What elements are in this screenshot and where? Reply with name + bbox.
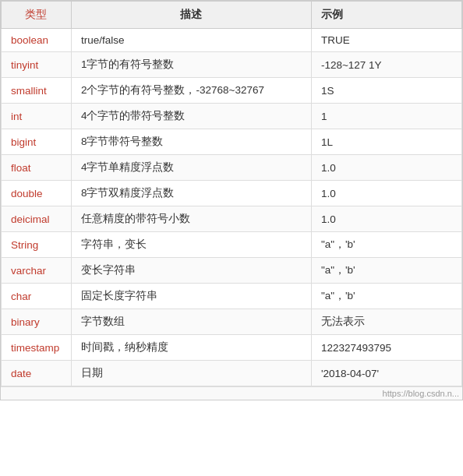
cell-desc: 字符串，变长 — [71, 232, 311, 258]
cell-desc: 8字节双精度浮点数 — [71, 181, 311, 206]
table-row: timestamp时间戳，纳秒精度122327493795 — [2, 335, 462, 361]
table-row: bigint8字节带符号整数1L — [2, 129, 462, 155]
cell-example: 1.0 — [311, 155, 461, 181]
table-header-row: 类型 描述 示例 — [2, 2, 462, 29]
cell-type: char — [2, 284, 72, 309]
cell-type: float — [2, 155, 72, 181]
table-row: varchar变长字符串"a"，'b' — [2, 258, 462, 284]
cell-desc: 1字节的有符号整数 — [71, 52, 311, 78]
header-type: 类型 — [2, 2, 72, 29]
cell-example: 1 — [311, 104, 461, 129]
cell-example: 1.0 — [311, 181, 461, 206]
cell-example: -128~127 1Y — [311, 52, 461, 78]
cell-example: 1L — [311, 129, 461, 155]
data-types-table: 类型 描述 示例 booleantrue/falseTRUEtinyint1字节… — [0, 0, 463, 400]
table-row: deicimal任意精度的带符号小数1.0 — [2, 206, 462, 232]
cell-desc: 字节数组 — [71, 309, 311, 335]
table-row: int4个字节的带符号整数1 — [2, 104, 462, 129]
cell-example: 无法表示 — [311, 309, 461, 335]
table-row: booleantrue/falseTRUE — [2, 29, 462, 52]
table-row: date日期'2018-04-07' — [2, 361, 462, 386]
table-row: binary字节数组无法表示 — [2, 309, 462, 335]
cell-example: '2018-04-07' — [311, 361, 461, 386]
cell-desc: 2个字节的有符号整数，-32768~32767 — [71, 78, 311, 104]
cell-example: 122327493795 — [311, 335, 461, 361]
cell-desc: 4个字节的带符号整数 — [71, 104, 311, 129]
cell-desc: 时间戳，纳秒精度 — [71, 335, 311, 361]
cell-type: bigint — [2, 129, 72, 155]
cell-desc: 日期 — [71, 361, 311, 386]
cell-example: 1.0 — [311, 206, 461, 232]
cell-type: binary — [2, 309, 72, 335]
cell-example: "a"，'b' — [311, 284, 461, 309]
footer-watermark: https://blog.csdn.n... — [1, 386, 462, 400]
cell-example: "a"，'b' — [311, 232, 461, 258]
cell-desc: 固定长度字符串 — [71, 284, 311, 309]
table-row: tinyint1字节的有符号整数-128~127 1Y — [2, 52, 462, 78]
cell-example: TRUE — [311, 29, 461, 52]
cell-type: deicimal — [2, 206, 72, 232]
table-row: smallint2个字节的有符号整数，-32768~327671S — [2, 78, 462, 104]
cell-desc: 任意精度的带符号小数 — [71, 206, 311, 232]
cell-desc: 变长字符串 — [71, 258, 311, 284]
table-row: double8字节双精度浮点数1.0 — [2, 181, 462, 206]
cell-desc: true/false — [71, 29, 311, 52]
cell-type: double — [2, 181, 72, 206]
cell-type: boolean — [2, 29, 72, 52]
table-row: float4字节单精度浮点数1.0 — [2, 155, 462, 181]
cell-example: "a"，'b' — [311, 258, 461, 284]
cell-type: varchar — [2, 258, 72, 284]
cell-example: 1S — [311, 78, 461, 104]
cell-type: int — [2, 104, 72, 129]
header-desc: 描述 — [71, 2, 311, 29]
cell-type: smallint — [2, 78, 72, 104]
cell-type: String — [2, 232, 72, 258]
header-example: 示例 — [311, 2, 461, 29]
cell-type: date — [2, 361, 72, 386]
cell-desc: 4字节单精度浮点数 — [71, 155, 311, 181]
cell-type: timestamp — [2, 335, 72, 361]
table-row: char固定长度字符串"a"，'b' — [2, 284, 462, 309]
cell-type: tinyint — [2, 52, 72, 78]
table-row: String字符串，变长"a"，'b' — [2, 232, 462, 258]
cell-desc: 8字节带符号整数 — [71, 129, 311, 155]
